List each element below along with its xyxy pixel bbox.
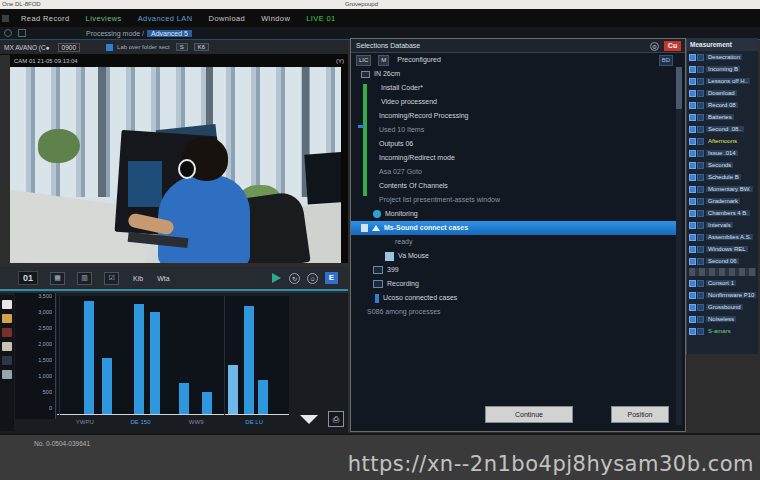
menu-item[interactable]: Download xyxy=(201,14,254,23)
list-item[interactable]: Grossbound xyxy=(687,301,758,313)
tree-row[interactable]: Contents Of Channels xyxy=(351,179,677,193)
app-icon-beige[interactable] xyxy=(2,342,12,351)
list-item[interactable]: Incoming B xyxy=(687,63,758,75)
list-item[interactable]: Nonfirmware P10 xyxy=(687,289,758,301)
chart-bar[interactable] xyxy=(258,380,268,414)
list-item[interactable]: Momentary BW. xyxy=(687,183,758,195)
menu-item[interactable]: Window xyxy=(253,14,298,23)
list-item[interactable]: Record 08 xyxy=(687,99,758,111)
item-state-icon xyxy=(697,258,704,265)
filter-toggle-icon[interactable] xyxy=(106,44,113,51)
window-icon[interactable] xyxy=(18,29,26,37)
tree-row[interactable]: Video processend xyxy=(351,95,677,109)
grid-view-icon[interactable]: ▦ xyxy=(50,272,65,285)
dialog-btn-m[interactable]: M xyxy=(378,55,389,66)
person xyxy=(158,175,250,263)
item-state-icon xyxy=(697,280,704,287)
position-button[interactable]: Position xyxy=(611,406,669,423)
list-item[interactable]: Seconds xyxy=(687,159,758,171)
chart-bar[interactable] xyxy=(244,306,254,414)
tree-row[interactable]: Asa 027 Goto xyxy=(351,165,677,179)
chart-plot-area[interactable] xyxy=(57,296,289,415)
list-item[interactable]: Second .08.. xyxy=(687,123,758,135)
chart-bar[interactable] xyxy=(228,365,238,414)
menu-item[interactable]: Liveviews xyxy=(78,14,130,23)
tree-row[interactable]: S086 among processes xyxy=(351,305,677,319)
list-item[interactable]: Chambers 4 B. xyxy=(687,207,758,219)
dialog-btn-lic[interactable]: LIC xyxy=(356,55,371,66)
checkbox-icon[interactable]: ☑ xyxy=(104,272,119,285)
app-icon-amber[interactable] xyxy=(2,314,12,323)
tree-row[interactable]: ready xyxy=(351,235,677,249)
list-item[interactable]: Intervals xyxy=(687,219,758,231)
list-item[interactable]: Windows REL xyxy=(687,243,758,255)
app-icon-navy[interactable] xyxy=(2,356,12,365)
toolbar-btn-s[interactable]: S xyxy=(176,43,188,51)
tree-row[interactable]: Incoming/Record Processing xyxy=(351,109,677,123)
list-item[interactable]: Afternoons xyxy=(687,135,758,147)
tree-row[interactable]: Project list presentment-assets window xyxy=(351,193,677,207)
toolbar-btn-k6[interactable]: K6 xyxy=(194,43,209,51)
chart-bar[interactable] xyxy=(134,304,144,414)
panel-view-icon[interactable]: ▥ xyxy=(77,272,92,285)
gear-icon[interactable]: ⚙ xyxy=(650,42,659,51)
app-icon-red[interactable] xyxy=(2,328,12,337)
list-item[interactable]: Grademark xyxy=(687,195,758,207)
dialog-scrollbar[interactable] xyxy=(676,67,682,425)
status-text: No. 0-0504-039641 xyxy=(34,440,90,447)
list-item[interactable]: Issue .014 xyxy=(687,147,758,159)
report-doc-icon[interactable]: ⎙ xyxy=(328,411,344,427)
tree-row[interactable]: Incoming/Redirect mode xyxy=(351,151,677,165)
list-item[interactable]: Desecration xyxy=(687,51,758,63)
item-type-icon xyxy=(689,162,696,169)
menu-item[interactable]: LIVE 01 xyxy=(298,14,344,23)
app-icon-gray[interactable] xyxy=(2,370,12,379)
tree-row-selected[interactable]: Ms-Sound connect cases xyxy=(351,221,677,235)
list-item[interactable]: Noiseless xyxy=(687,313,758,325)
path-selected-segment[interactable]: Advanced 5 xyxy=(147,30,192,37)
tree-row[interactable]: Used 10 Items xyxy=(351,123,677,137)
list-item[interactable]: S-amars xyxy=(687,325,758,337)
back-icon[interactable] xyxy=(4,29,12,37)
menu-item[interactable]: Read Record xyxy=(13,14,78,23)
filter-funnel-icon[interactable] xyxy=(300,415,318,424)
list-item[interactable]: Download xyxy=(687,87,758,99)
tree-row[interactable]: Install Coder* xyxy=(351,81,677,95)
channel-01-button[interactable]: 01 xyxy=(18,271,38,285)
user-icon[interactable]: ☺ xyxy=(307,273,318,284)
tree-row[interactable]: Va Mouse xyxy=(351,249,677,263)
chart-x-labels: YWPUDE 150WW9DE LU xyxy=(57,419,289,431)
tree-row[interactable]: Ucoso connected cases xyxy=(351,291,677,305)
list-item[interactable]: Schedule B xyxy=(687,171,758,183)
list-item[interactable]: Assemblies A.S. xyxy=(687,231,758,243)
list-item[interactable]: Second 06 xyxy=(687,255,758,267)
item-state-icon xyxy=(697,78,704,85)
item-state-icon xyxy=(697,162,704,169)
camera-video-preview[interactable] xyxy=(10,67,348,263)
chart-bar[interactable] xyxy=(102,358,112,414)
continue-button[interactable]: Continue xyxy=(485,406,573,423)
list-item[interactable]: Consort 1 xyxy=(687,277,758,289)
scrollbar-thumb[interactable] xyxy=(676,67,682,109)
close-button[interactable]: Cu xyxy=(664,41,681,51)
dot-icon xyxy=(373,210,381,218)
menu-item[interactable]: Advanced LAN xyxy=(130,14,201,23)
app-icon-white[interactable] xyxy=(2,300,12,309)
item-type-icon xyxy=(689,150,696,157)
tree-row[interactable]: 399 xyxy=(351,263,677,277)
play-icon[interactable] xyxy=(272,273,281,283)
tree-row-label: ready xyxy=(395,238,413,245)
tree-row[interactable]: Outputs 06 xyxy=(351,137,677,151)
chart-bar[interactable] xyxy=(150,312,160,414)
tree-row[interactable]: Monitoring xyxy=(351,207,677,221)
tree-row[interactable]: Recording xyxy=(351,277,677,291)
chart-bar[interactable] xyxy=(202,392,212,414)
tree-row[interactable]: IN 26cm xyxy=(351,67,677,81)
list-item[interactable]: Batteries xyxy=(687,111,758,123)
chart-bar[interactable] xyxy=(84,301,94,414)
list-item[interactable]: Lessons off H.. xyxy=(687,75,758,87)
refresh-icon[interactable]: ↻ xyxy=(289,273,300,284)
chart-bar[interactable] xyxy=(179,383,189,414)
tree-row-label: IN 26cm xyxy=(374,70,400,77)
export-button[interactable]: E xyxy=(325,272,338,284)
